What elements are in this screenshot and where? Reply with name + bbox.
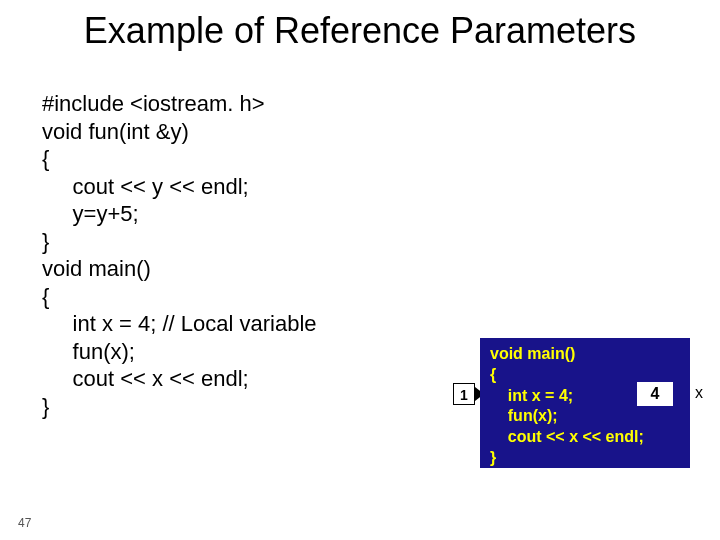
variable-value-box: 4 xyxy=(637,382,673,406)
diagram-code: void main() { int x = 4; fun(x); cout <<… xyxy=(490,344,644,469)
code-block-main: #include <iostream. h> void fun(int &y) … xyxy=(42,90,317,420)
step-indicator: 1 xyxy=(453,383,475,405)
memory-diagram: void main() { int x = 4; fun(x); cout <<… xyxy=(480,338,690,468)
variable-label: x xyxy=(695,384,703,402)
slide-title: Example of Reference Parameters xyxy=(0,10,720,52)
slide-number: 47 xyxy=(18,516,31,530)
